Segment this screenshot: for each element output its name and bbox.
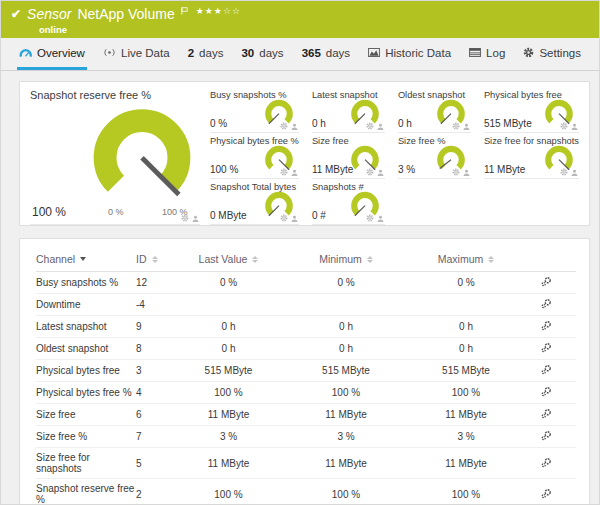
- edit-channel-icon[interactable]: [541, 430, 552, 441]
- column-header-last-value[interactable]: Last Value: [181, 247, 276, 272]
- tab-days[interactable]: 2 days: [186, 38, 226, 70]
- table-row: Snapshot reserve free % 2 100 % 100 % 10…: [36, 479, 576, 505]
- channel-id: 4: [136, 382, 181, 404]
- sensor-header: ✔ Sensor NetApp Volume ★★★☆☆ online: [1, 1, 599, 38]
- small-gauge: Size free 11 MByte: [312, 135, 385, 179]
- channel-maximum: 0 %: [416, 272, 516, 294]
- priority-stars[interactable]: ★★★☆☆: [196, 6, 241, 16]
- channel-name: Size free %: [36, 426, 136, 448]
- channel-maximum: 11 MByte: [416, 404, 516, 426]
- edit-channel-icon[interactable]: [541, 386, 552, 397]
- edit-channel-icon[interactable]: [541, 364, 552, 375]
- gear-icon[interactable]: [560, 168, 568, 176]
- small-gauge: Physical bytes free % 100 %: [210, 135, 299, 179]
- channel-name: Downtime: [36, 294, 136, 316]
- tab-historic-data[interactable]: Historic Data: [366, 38, 453, 70]
- table-row: Busy snapshots % 12 0 % 0 % 0 %: [36, 272, 576, 294]
- channel-minimum: 0 %: [276, 272, 416, 294]
- channel-minimum: [276, 294, 416, 316]
- user-icon[interactable]: [377, 169, 384, 176]
- edit-channel-icon[interactable]: [541, 408, 552, 419]
- channel-table: ChannelIDLast ValueMinimumMaximum Busy s…: [36, 247, 576, 505]
- gauge-value: 0 #: [312, 210, 326, 221]
- tab-live-data[interactable]: Live Data: [101, 38, 172, 70]
- channel-minimum: 515 MByte: [276, 360, 416, 382]
- channel-last-value: 0 h: [181, 338, 276, 360]
- gauge-value: 0 h: [312, 118, 326, 129]
- user-icon[interactable]: [571, 169, 578, 176]
- user-icon[interactable]: [463, 169, 470, 176]
- small-gauge: Physical bytes free 515 MByte: [484, 89, 579, 133]
- table-row: Oldest snapshot 8 0 h 0 h 0 h: [36, 338, 576, 360]
- channel-id: -4: [136, 294, 181, 316]
- gear-icon[interactable]: [280, 122, 288, 130]
- user-icon[interactable]: [571, 123, 578, 130]
- channel-last-value: 515 MByte: [181, 360, 276, 382]
- gear-icon[interactable]: [366, 122, 374, 130]
- gear-icon[interactable]: [452, 122, 460, 130]
- object-kind-label: Sensor: [27, 6, 71, 22]
- sort-icon: [252, 256, 258, 263]
- tab-settings[interactable]: Settings: [521, 38, 583, 70]
- channel-last-value: 100 %: [181, 382, 276, 404]
- edit-channel-icon[interactable]: [541, 276, 552, 287]
- small-gauge-grid: Busy snapshots % 0 % Latest snapshot 0 h…: [210, 89, 579, 225]
- gear-icon[interactable]: [366, 214, 374, 222]
- gauge-value: 11 MByte: [484, 164, 526, 175]
- user-icon[interactable]: [291, 215, 298, 222]
- channel-minimum: 100 %: [276, 479, 416, 505]
- channel-minimum: 100 %: [276, 382, 416, 404]
- gear-icon[interactable]: [560, 122, 568, 130]
- gear-icon[interactable]: [452, 168, 460, 176]
- flag-icon: [181, 1, 188, 19]
- edit-channel-icon[interactable]: [541, 457, 552, 468]
- gear-icon[interactable]: [280, 214, 288, 222]
- channel-name: Busy snapshots %: [36, 272, 136, 294]
- gauge-value: 0 %: [210, 118, 227, 129]
- small-gauge: Size free for snapshots 11 MByte: [484, 135, 579, 179]
- channel-name: Oldest snapshot: [36, 338, 136, 360]
- table-row: Size free for snapshots 5 11 MByte 11 MB…: [36, 448, 576, 479]
- gauge-value: 100 %: [210, 164, 238, 175]
- edit-channel-icon[interactable]: [541, 320, 552, 331]
- primary-gauge-scale-min: 0 %: [108, 207, 124, 217]
- user-icon[interactable]: [192, 215, 199, 222]
- column-header-minimum[interactable]: Minimum: [276, 247, 416, 272]
- channel-id: 8: [136, 338, 181, 360]
- column-header-maximum[interactable]: Maximum: [416, 247, 516, 272]
- channel-last-value: [181, 294, 276, 316]
- edit-channel-icon[interactable]: [541, 298, 552, 309]
- user-icon[interactable]: [377, 215, 384, 222]
- channel-name: Physical bytes free %: [36, 382, 136, 404]
- channel-last-value: 0 h: [181, 316, 276, 338]
- user-icon[interactable]: [463, 123, 470, 130]
- user-icon[interactable]: [291, 169, 298, 176]
- user-icon[interactable]: [291, 123, 298, 130]
- channel-last-value: 100 %: [181, 479, 276, 505]
- edit-channel-icon[interactable]: [541, 342, 552, 353]
- column-header-id[interactable]: ID: [136, 247, 181, 272]
- primary-gauge-dial: [82, 99, 202, 212]
- table-row: Size free % 7 3 % 3 % 3 %: [36, 426, 576, 448]
- tab-overview[interactable]: Overview: [17, 38, 87, 70]
- channel-minimum: 11 MByte: [276, 404, 416, 426]
- channel-maximum: 3 %: [416, 426, 516, 448]
- column-header-edit: [516, 247, 576, 272]
- sort-icon: [488, 256, 494, 263]
- tab-days[interactable]: 365 days: [300, 38, 352, 70]
- channel-id: 6: [136, 404, 181, 426]
- tab-log[interactable]: Log: [467, 38, 507, 70]
- user-icon[interactable]: [377, 123, 384, 130]
- small-gauge: Size free % 3 %: [398, 135, 471, 179]
- table-body: Busy snapshots % 12 0 % 0 % 0 % Downtime…: [36, 272, 576, 505]
- edit-channel-icon[interactable]: [541, 488, 552, 499]
- gear-icon[interactable]: [181, 214, 189, 222]
- channel-minimum: 0 h: [276, 316, 416, 338]
- column-header-channel[interactable]: Channel: [36, 247, 136, 272]
- gauge-value: 0 h: [398, 118, 412, 129]
- channel-maximum: [416, 294, 516, 316]
- tab-days[interactable]: 30 days: [239, 38, 285, 70]
- gear-icon[interactable]: [280, 168, 288, 176]
- channel-id: 7: [136, 426, 181, 448]
- gear-icon[interactable]: [366, 168, 374, 176]
